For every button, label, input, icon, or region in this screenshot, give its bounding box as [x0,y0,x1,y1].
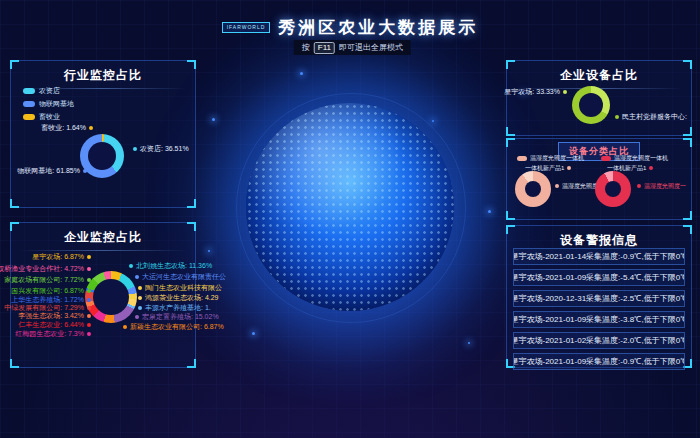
label-dot [615,115,619,119]
chart-label: 温湿度光照度一 [637,183,686,189]
chart-label: 鸿源茶业生态农场: 4.29 [138,294,219,301]
label-dot [87,323,91,327]
chart-label: 新颖生态农业有限公司: 6.87% [123,323,224,330]
legend-label: 农资店 [39,87,60,94]
chart-label: 畜牧业: 1.64% [17,124,93,131]
chart-label: 民主村党群服务中心: [615,113,687,120]
legend-item[interactable]: 温湿度光照度一体机 [517,155,584,161]
label-dot [83,169,87,173]
particle [252,332,255,335]
particle [468,342,470,344]
chart-label: 双桥渔业专业合作社: 4.72% [13,265,91,272]
label-dot [87,306,91,310]
alarm-row: 星宇农场-2021-01-09采集温度:-5.4℃,低于下限0℃ [513,269,685,286]
chart-label: 李强生态农场: 3.42% [13,312,91,319]
label-dot [123,325,127,329]
label-dot [138,296,142,300]
donut-hole [605,181,621,197]
f11-keycap: F11 [314,42,335,54]
label-dot [649,166,653,170]
label-dot [87,289,91,293]
panel-title: 企业设备占比 [507,67,691,84]
label-dot [87,255,91,259]
panel-device-class: 设备分类占比 温湿度光照度一体机 一体机新产品1 温湿度光照度一 温湿度光照度一… [506,138,692,220]
label-dot [133,147,137,151]
globe-highlight [246,103,454,311]
donut-hole [88,142,116,170]
legend-item[interactable]: 温湿度光照度一体机 [601,155,668,161]
label-dot [87,278,91,282]
label-dot [563,90,567,94]
particle [300,72,303,75]
particle [208,250,210,252]
label-dot [129,264,133,268]
legend-item[interactable]: 农资店 [23,87,60,94]
chart-label: 丰源水产养殖基地: 1. [138,304,211,311]
hint-suffix: 即可退出全屏模式 [339,42,403,53]
legend-label: 畜牧业 [39,113,60,120]
label-dot [87,267,91,271]
chart-label: 家庭农场有限公司: 7.72% [13,276,91,283]
label-dot [89,126,93,130]
device-class-left-donut[interactable] [515,171,551,207]
particle [432,120,434,122]
particle [488,210,491,213]
panel-device-ratio: 企业设备占比 星宇农场: 33.33% 民主村党群服务中心: [506,60,692,136]
divider [19,250,187,251]
legend-swatch [23,101,35,107]
chart-label: 大运河生态农业有限责任公 [135,273,226,280]
dashboard: IFARWORLD 秀洲区农业大数据展示 按 F11 即可退出全屏模式 行业监控… [0,0,700,438]
legend-swatch [23,88,35,94]
donut-hole [525,181,541,197]
label-dot [135,315,139,319]
chart-label: 仁丰生态农业: 6.44% [13,321,91,328]
panel-enterprise-ratio: 企业监控占比 星宇农场: 6.87% 双桥渔业专业合作社: 4.72% 家庭农场… [10,222,196,368]
enterprise-donut-chart[interactable] [85,271,137,323]
label-dot [87,314,91,318]
alarm-row: 星宇农场-2020-12-31采集温度:-2.5℃,低于下限0℃ [513,290,685,307]
label-dot [555,184,559,188]
chart-label: 星宇农场: 33.33% [509,88,567,95]
chart-label: 上华生态养殖场: 1.72% [13,296,91,303]
header: IFARWORLD 秀洲区农业大数据展示 [0,16,700,39]
legend-swatch [601,156,611,161]
legend-swatch [23,114,35,120]
label-dot [138,306,142,310]
panel-title: 行业监控占比 [11,67,195,84]
panel-title: 企业监控占比 [11,229,195,246]
panel-title: 设备警报信息 [507,232,691,249]
page-title: 秀洲区农业大数据展示 [278,16,478,39]
chart-label: 国兴发有限公司: 6.87% [13,287,91,294]
label-dot [135,275,139,279]
chart-label: 星宇农场: 6.87% [13,253,91,260]
legend-swatch [517,156,527,161]
chart-label: 陶门生态农业科技有限公 [138,284,222,291]
legend-item[interactable]: 畜牧业 [23,113,60,120]
label-dot [637,184,641,188]
device-class-right-donut[interactable] [595,171,631,207]
chart-label: 中绿发展有限公司: 7.29% [13,304,91,311]
device-ratio-donut-chart[interactable] [572,86,610,124]
chart-label: 宏泉定置养殖场: 15.02% [135,313,219,320]
hint-prefix: 按 [302,42,310,53]
donut-hole [93,279,129,315]
label-dot [87,298,91,302]
chart-label: 农资店: 36.51% [133,145,189,152]
alarm-row: 星宇农场-2021-01-09采集温度:-3.8℃,低于下限0℃ [513,311,685,328]
alarm-row: 星宇农场-2021-01-14采集温度:-0.9℃,低于下限0℃ [513,248,685,265]
alarm-row: 星宇农场-2021-01-09采集温度:-0.9℃,低于下限0℃ [513,353,685,370]
panel-alarms: 设备警报信息 星宇农场-2021-01-14采集温度:-0.9℃,低于下限0℃ … [506,225,692,368]
label-dot [87,332,91,336]
legend-item[interactable]: 物联网基地 [23,100,74,107]
particle [212,118,215,121]
alarm-row: 星宇农场-2021-01-02采集温度:-2.0℃,低于下限0℃ [513,332,685,349]
fullscreen-hint: 按 F11 即可退出全屏模式 [294,40,411,55]
panel-industry-ratio: 行业监控占比 农资店 物联网基地 畜牧业 畜牧业: 1.64% 农资店: 36.… [10,60,196,208]
globe [246,103,454,311]
chart-label: 红梅园生态农业: 7.3% [13,330,91,337]
legend-label: 物联网基地 [39,100,74,107]
label-dot [138,286,142,290]
alarm-list: 星宇农场-2021-01-14采集温度:-0.9℃,低于下限0℃ 星宇农场-20… [513,248,685,370]
brand-logo: IFARWORLD [222,22,271,33]
donut-hole [579,93,603,117]
